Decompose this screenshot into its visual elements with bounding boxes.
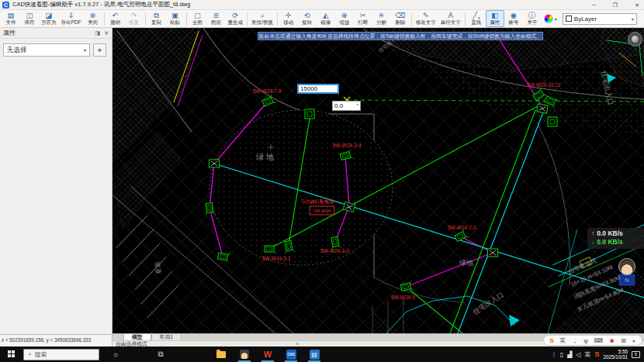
layers-button[interactable]: ≣图层 [207,10,226,27]
break-icon: ✂ [360,12,366,19]
sogou-tray-icon[interactable]: S [594,350,599,358]
mic-icon[interactable]: ψ [583,337,588,344]
system-tray: ᛒ ▯ ▟ ◁ 英 S 5:55 2025/10/31 5 [552,349,644,360]
drawing-canvas[interactable]: N [113,28,644,333]
bluetooth-icon[interactable]: ᛒ [552,351,556,358]
net-speed-overlay: ↑0.0 KB/s ↓0.0 KB/s [587,228,644,249]
file-explorer-button[interactable] [213,346,230,362]
tab-layout1[interactable]: 布局1 [151,334,182,340]
break-button[interactable]: ✂打断 [354,10,372,27]
volume-icon[interactable]: ◁ [576,351,580,358]
cad-viewer-app-button[interactable] [236,346,253,362]
notification-center-button[interactable]: 5 [632,351,640,358]
punctuation-toggle[interactable]: ， [572,336,578,345]
circuit-label: 5W-W24-7-8 [253,88,282,94]
paste-icon: ▣ [171,12,178,19]
pick-target-button[interactable]: ⌖ [93,43,106,57]
layer-swatch-icon [566,16,572,22]
account-button[interactable]: ◉账号 [504,10,523,27]
floating-feedback-button[interactable] [628,32,642,47]
toolbar-separator [411,12,412,26]
save-icon: ◫ [26,12,33,19]
toolbar-separator [145,12,146,26]
keyboard-icon[interactable]: ⌨ [594,337,603,344]
mirror-icon: ◭ [323,12,328,19]
start-button[interactable] [0,346,23,362]
avatar-app-icon [240,350,249,359]
minimize-button[interactable]: ─ [592,2,596,8]
angle-input[interactable]: 0.0 ° [332,101,361,111]
single-text-button[interactable]: A单行文字 [438,10,463,27]
cad-app-button[interactable]: CAD [282,346,299,362]
upload-arrow-icon: ↑ [591,229,594,238]
circuit-label: 5W-W24-10-11 [527,82,561,88]
move-button[interactable]: ✛移动 [279,10,298,27]
copy-button[interactable]: ⧉复制 [147,10,166,27]
toolbox-icon[interactable]: ⊞ [621,337,626,344]
panel-close-icon[interactable]: ✕ [104,30,109,36]
selection-mode-label: 自由选择模式 [116,341,147,346]
taskbar-clock[interactable]: 5:55 2025/10/31 [603,349,628,360]
redo-button[interactable]: ↷恢复 [125,10,144,27]
paste-button[interactable]: ▣粘贴 [166,10,185,27]
selection-dropdown[interactable]: 无选择 ▾ [3,43,90,57]
single-text-icon: A [448,12,454,19]
line-tool-button[interactable]: ╱▾ 直线 [467,10,486,27]
regen-icon: ⟳ [232,12,238,19]
color-picker-button[interactable]: ▾ [542,14,559,23]
app-window: C CAD快速看图-编辑助手 v1.7.9.27 - 讯辰-电气照明电总平面图_… [0,0,644,362]
save-button[interactable]: ◫保存 [20,10,39,27]
toolbar-separator [247,12,248,26]
circuit-label: 5W-W24-3-2 [320,248,349,253]
doc-icon: ▤ [310,350,320,360]
mirror-button[interactable]: ◭镜像 [317,10,335,27]
line-icon: ╱ [473,12,477,19]
layer-color-select[interactable]: ByLayer ▾ [563,13,637,25]
rotate-button[interactable]: ⟲旋转 [298,10,317,27]
emoji-icon[interactable]: ☻ [608,337,615,344]
wps-app-button[interactable]: W [259,346,276,362]
pin-icon[interactable]: ◨ [95,30,101,36]
ime-mode-toggle[interactable]: 英 [559,336,566,345]
battery-icon[interactable]: ▯ [560,351,563,358]
windows-taskbar: ⌕ 搜索 ○ ⧉ W CAD ▤ ᛒ ▯ ▟ ◁ 英 S 5:55 2025/1… [0,346,644,362]
taskbar-search[interactable]: ⌕ 搜索 [23,349,99,360]
task-view-button[interactable]: ⧉ [152,346,169,362]
rotate-icon: ⟲ [304,12,310,19]
cursor-coordinates: x = 502391659.158, y = 3450633696.333 [0,334,113,346]
delete-button[interactable]: ⌫删除 [391,10,410,27]
length-input[interactable]: 15000 [297,84,339,94]
find-replace-button[interactable]: ⌕查找/替换 [249,10,275,27]
sogou-logo-icon[interactable]: S [549,337,553,344]
edit-text-button[interactable]: ✎修改文字 [414,10,438,27]
tab-model[interactable]: 模型 [123,334,151,340]
chevron-down-icon: ▾ [632,16,634,22]
scale-button[interactable]: ⊕缩放 [335,10,354,27]
export-pdf-button[interactable]: ⇓导出PDF [59,10,84,27]
regen-button[interactable]: ⟳重生成 [226,10,246,27]
file-button[interactable]: ▤文件 [2,10,20,27]
maximize-button[interactable]: ❐ [613,2,618,9]
doc-app-button[interactable]: ▤ [306,346,323,362]
floating-avatar-button[interactable] [618,258,635,275]
circuit-label: 5W-W24-3-1 [262,256,291,261]
about-button[interactable]: ⓘ关于 [523,10,542,27]
save-as-button[interactable]: ◪另存为 [39,10,59,27]
feedback-icon [632,36,639,43]
properties-button[interactable]: ◧属性 [486,10,504,27]
ime-indicator[interactable]: 英 [584,350,590,359]
explode-icon: ✳ [379,12,385,19]
drawing-hint-bar: 鼠标单击或通过输入角度和长度选择线段终点位置，按Tab键切换输入框，按回车键完成… [258,32,543,40]
close-button[interactable]: ✕ [635,2,639,9]
green-area-label: 绿地 [256,153,276,161]
undo-button[interactable]: ↶撤销 [106,10,125,27]
n-badge-label: N [625,277,629,284]
close-file-button[interactable]: ⊗关闭 [84,10,102,27]
drag-handle-icon[interactable]: ≡ [296,341,299,346]
fit-view-button[interactable]: ▢全图 [189,10,207,27]
cortana-button[interactable]: ○ [107,346,124,362]
explode-button[interactable]: ✳分解 [372,10,391,27]
properties-icon: ◧ [491,12,498,19]
network-icon[interactable]: ▟ [567,351,572,358]
windows-logo-icon [8,350,16,358]
